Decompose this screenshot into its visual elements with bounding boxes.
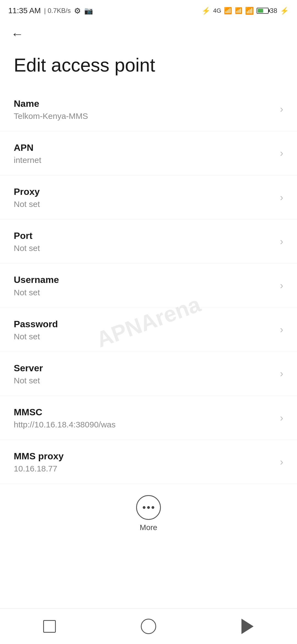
nav-home-button[interactable] — [135, 615, 162, 637]
settings-item-value: 10.16.18.77 — [14, 463, 274, 474]
settings-item-mmsc[interactable]: MMSC http://10.16.18.4:38090/was › — [0, 396, 297, 440]
wifi-icon: 📶 — [245, 7, 254, 15]
settings-item-content: MMSC http://10.16.18.4:38090/was — [14, 406, 274, 430]
chevron-right-icon: › — [280, 148, 283, 159]
settings-item-content: Server Not set — [14, 362, 274, 386]
more-label: More — [140, 523, 157, 532]
page-title: Edit access point — [0, 46, 297, 82]
more-dots-icon — [143, 506, 154, 509]
settings-item-content: Password Not set — [14, 318, 274, 342]
settings-item-label: Server — [14, 362, 274, 374]
settings-item-label: Port — [14, 230, 274, 242]
settings-item-value: internet — [14, 155, 274, 165]
battery-icon — [257, 8, 269, 14]
settings-item-label: APN — [14, 141, 274, 154]
settings-item-content: Port Not set — [14, 230, 274, 253]
signal-bars-2-icon: 📶 — [235, 7, 242, 14]
nav-back-button[interactable] — [234, 615, 261, 637]
network-4g-icon: 4G — [213, 7, 221, 14]
back-button[interactable]: ← — [11, 25, 26, 43]
settings-item-username[interactable]: Username Not set › — [0, 264, 297, 308]
nav-recent-button[interactable] — [36, 615, 63, 637]
settings-list: Name Telkom-Kenya-MMS › APN internet › P… — [0, 88, 297, 484]
recent-apps-icon — [43, 620, 56, 633]
header: ← — [0, 19, 297, 46]
bluetooth-icon: ⚡ — [202, 7, 210, 15]
back-arrow-icon: ← — [11, 27, 24, 41]
settings-item-value: Not set — [14, 287, 274, 298]
network-speed: | 0.7KB/s — [44, 7, 71, 15]
settings-item-value: Not set — [14, 199, 274, 209]
settings-item-apn[interactable]: APN internet › — [0, 132, 297, 176]
charging-icon: ⚡ — [280, 7, 289, 15]
settings-item-value: Telkom-Kenya-MMS — [14, 111, 274, 121]
settings-item-content: APN internet — [14, 141, 274, 165]
camera-icon: 📷 — [84, 7, 93, 15]
battery-fill — [258, 9, 263, 13]
more-circle-icon — [136, 495, 161, 520]
settings-item-mms-proxy[interactable]: MMS proxy 10.16.18.77 › — [0, 440, 297, 484]
settings-item-content: MMS proxy 10.16.18.77 — [14, 450, 274, 474]
home-icon — [141, 619, 156, 634]
settings-item-password[interactable]: Password Not set › — [0, 308, 297, 352]
settings-item-content: Username Not set — [14, 274, 274, 298]
chevron-right-icon: › — [280, 236, 283, 247]
settings-item-server[interactable]: Server Not set › — [0, 352, 297, 396]
settings-item-content: Proxy Not set — [14, 185, 274, 209]
settings-item-label: MMSC — [14, 406, 274, 418]
battery-percent: 38 — [270, 7, 277, 15]
status-left: 11:35 AM | 0.7KB/s ⚙ 📷 — [8, 6, 93, 15]
more-button[interactable]: More — [0, 484, 297, 540]
navigation-bar — [0, 608, 297, 644]
bottom-spacer — [0, 540, 297, 582]
chevron-right-icon: › — [280, 412, 283, 424]
settings-icon: ⚙ — [74, 6, 81, 15]
chevron-right-icon: › — [280, 103, 283, 115]
signal-bars-icon: 📶 — [224, 7, 232, 15]
chevron-right-icon: › — [280, 456, 283, 468]
settings-item-label: MMS proxy — [14, 450, 274, 462]
settings-item-value: http://10.16.18.4:38090/was — [14, 419, 274, 430]
settings-item-value: Not set — [14, 375, 274, 386]
battery-container: 38 — [257, 7, 277, 15]
settings-item-value: Not set — [14, 243, 274, 253]
status-right: ⚡ 4G 📶 📶 📶 38 ⚡ — [202, 7, 289, 15]
chevron-right-icon: › — [280, 192, 283, 203]
chevron-right-icon: › — [280, 368, 283, 380]
settings-item-value: Not set — [14, 331, 274, 342]
settings-item-proxy[interactable]: Proxy Not set › — [0, 176, 297, 220]
chevron-right-icon: › — [280, 324, 283, 335]
settings-item-label: Username — [14, 274, 274, 286]
settings-item-label: Proxy — [14, 185, 274, 198]
settings-item-content: Name Telkom-Kenya-MMS — [14, 97, 274, 121]
back-icon — [241, 619, 254, 634]
settings-item-label: Password — [14, 318, 274, 330]
chevron-right-icon: › — [280, 280, 283, 291]
settings-item-name[interactable]: Name Telkom-Kenya-MMS › — [0, 88, 297, 132]
settings-item-label: Name — [14, 97, 274, 110]
status-bar: 11:35 AM | 0.7KB/s ⚙ 📷 ⚡ 4G 📶 📶 📶 38 ⚡ — [0, 0, 297, 19]
settings-item-port[interactable]: Port Not set › — [0, 220, 297, 264]
time: 11:35 AM — [8, 6, 41, 15]
